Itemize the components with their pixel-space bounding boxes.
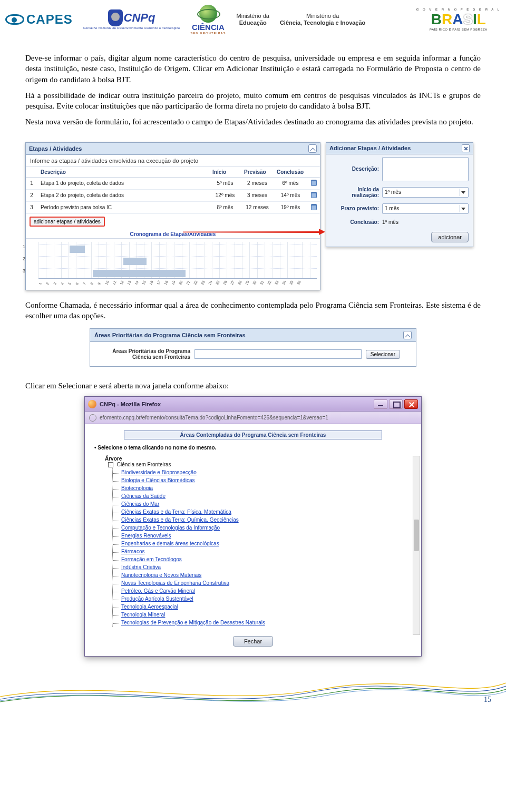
firefox-title: CNPq - Mozilla Firefox	[100, 401, 161, 407]
logo-capes: CAPES	[5, 12, 73, 27]
col-previsao: Previsão	[241, 167, 274, 177]
theme-link[interactable]: Tecnologias de Prevenção e Mitigação de …	[121, 620, 265, 625]
tree-group: Ciência sem Fronteiras	[117, 462, 171, 467]
trash-icon[interactable]	[311, 192, 317, 198]
theme-link[interactable]: Ciências Exatas e da Terra: Física, Mate…	[121, 509, 231, 515]
page-number: 15	[484, 696, 491, 704]
theme-link[interactable]: Tecnologia Aeroespacial	[121, 604, 178, 610]
add-etapas-button[interactable]: adicionar etapas / atividades	[30, 217, 105, 227]
theme-link[interactable]: Petróleo, Gás e Carvão Mineral	[121, 588, 195, 594]
collapse-icon[interactable]	[403, 331, 412, 339]
theme-link[interactable]: Ciências Exatas e da Terra: Química, Geo…	[121, 517, 239, 523]
document-header: CAPES CNPq Conselho Nacional de Desenvol…	[0, 0, 506, 41]
table-row: 2Etapa 2 do projeto, coleta de dados12º …	[26, 189, 320, 201]
chevron-down-icon	[460, 205, 466, 212]
window-maximize-button[interactable]	[389, 399, 403, 409]
theme-link[interactable]: Novas Tecnologias de Engenharia Construt…	[121, 580, 229, 586]
tree-leaf: Novas Tecnologias de Engenharia Construt…	[121, 579, 412, 587]
gantt-bar	[93, 270, 186, 277]
firefox-titlebar[interactable]: CNPq - Mozilla Firefox	[85, 397, 421, 412]
tree-leaf: Energias Renováveis	[121, 532, 412, 540]
row-index: 2	[26, 189, 37, 201]
close-icon[interactable]	[462, 144, 470, 152]
gantt-bar	[123, 258, 147, 265]
ministerio2-bold: Ciência, Tecnologia e Inovação	[280, 19, 365, 26]
cnpq-sub: Conselho Nacional de Desenvolvimento Cie…	[83, 26, 180, 30]
adicionar-button[interactable]: adicionar	[431, 232, 469, 242]
brasil-sub: PAÍS RICO É PAÍS SEM POBREZA	[430, 28, 487, 31]
row-inicio: 5º mês	[209, 177, 241, 189]
tree-collapse-icon[interactable]: -	[108, 462, 113, 467]
chevron-down-icon	[460, 189, 466, 196]
tree-leaf: Formação em Tecnólogos	[121, 555, 412, 563]
paragraph-3: Nesta nova versão de formulário, foi acr…	[25, 116, 481, 127]
row-inicio: 8º mês	[209, 201, 241, 213]
cnpq-shield-icon	[108, 9, 123, 26]
theme-link[interactable]: Biologia e Ciências Biomédicas	[121, 477, 195, 483]
theme-link[interactable]: Fármacos	[121, 549, 144, 554]
theme-link[interactable]: Nanotecnologia e Novos Materiais	[121, 572, 201, 578]
tree-leaf: Ciências Exatas e da Terra: Física, Mate…	[121, 508, 412, 516]
theme-link[interactable]: Energias Renováveis	[121, 533, 171, 539]
tree-leaf: Ciências da Saúde	[121, 492, 412, 500]
brasil-flag-text: BRASIL	[431, 11, 486, 28]
theme-link[interactable]: Indústria Criativa	[121, 564, 161, 570]
gantt-bar	[70, 246, 85, 253]
scrollbar[interactable]	[413, 456, 420, 635]
theme-link[interactable]: Ciências da Saúde	[121, 493, 166, 499]
row-index: 1	[26, 177, 37, 189]
firefox-window: CNPq - Mozilla Firefox efomento.cnpq.br/…	[84, 396, 422, 657]
ministerio-ciencia: Ministério da Ciência, Tecnologia e Inov…	[280, 13, 365, 26]
row-conclusao: 19º mês	[274, 201, 307, 213]
row-conclusao: 6º mês	[274, 177, 307, 189]
select-prazo[interactable]: 1 mês	[382, 203, 469, 214]
selecionar-button[interactable]: Selecionar	[366, 350, 400, 359]
tree-leaf: Tecnologia Mineral	[121, 611, 412, 619]
tree-leaf: Tecnologia Aeroespacial	[121, 603, 412, 611]
tree-leaf: Computação e Tecnologias da Informação	[121, 524, 412, 532]
theme-link[interactable]: Tecnologia Mineral	[121, 612, 165, 618]
window-minimize-button[interactable]	[374, 399, 387, 409]
trash-icon[interactable]	[311, 180, 317, 186]
scrollbar-thumb[interactable]	[414, 520, 419, 551]
input-descricao[interactable]	[382, 157, 469, 181]
window-close-button[interactable]	[404, 399, 418, 409]
globe-icon	[89, 414, 96, 422]
theme-link[interactable]: Computação e Tecnologias da Informação	[121, 525, 220, 531]
row-descricao: Etapa 2 do projeto, coleta de dados	[37, 189, 209, 201]
theme-link[interactable]: Biodiversidade e Bioprospecção	[121, 469, 197, 475]
label-inicio: Início da realização:	[330, 187, 379, 198]
areas-title: Áreas Prioritárias do Programa Ciência s…	[94, 332, 246, 338]
theme-link[interactable]: Formação em Tecnólogos	[121, 556, 182, 562]
tree-leaf: Ciências Exatas e da Terra: Química, Geo…	[121, 516, 412, 524]
fechar-button[interactable]: Fechar	[233, 636, 273, 647]
theme-link[interactable]: Produção Agrícola Sustentável	[121, 596, 193, 602]
capes-eye-icon	[5, 14, 24, 25]
theme-link[interactable]: Biotecnologia	[121, 485, 153, 491]
table-row: 1Etapa 1 do projeto, coleta de dados5º m…	[26, 177, 320, 189]
firefox-icon	[88, 400, 96, 408]
ministerio1-bold: Educação	[237, 19, 269, 26]
row-descricao: Etapa 1 do projeto, coleta de dados	[37, 177, 209, 189]
cnpq-text: CNPq	[124, 11, 155, 25]
collapse-icon[interactable]	[308, 144, 317, 153]
areas-panel: Áreas Prioritárias do Programa Ciência s…	[90, 328, 416, 367]
logo-cnpq: CNPq Conselho Nacional de Desenvolviment…	[83, 9, 180, 30]
etapas-list-panel: Etapas / Atividades Informe as etapas / …	[25, 142, 320, 290]
select-inicio[interactable]: 1º mês	[382, 187, 469, 198]
tree-leaf: Biodiversidade e Bioprospecção	[121, 468, 412, 476]
trash-icon[interactable]	[311, 204, 317, 210]
label-prazo: Prazo previsto:	[330, 206, 379, 211]
gantt-chart: 1 2 3 1234567891011121314151617181920212…	[26, 238, 320, 290]
theme-link[interactable]: Engenharias e demais áreas tecnológicas	[121, 541, 219, 546]
arrow-icon	[183, 231, 320, 233]
add-etapa-dialog: Adicionar Etapas / Atividades Descrição:…	[326, 142, 473, 247]
firefox-url: efomento.cnpq.br/efomento/consultaTema.d…	[100, 415, 328, 420]
tree-leaf: Biotecnologia	[121, 484, 412, 492]
tree-leaf: Biologia e Ciências Biomédicas	[121, 476, 412, 484]
firefox-addressbar[interactable]: efomento.cnpq.br/efomento/consultaTema.d…	[85, 412, 421, 424]
ciencia-sub: SEM FRONTEIRAS	[190, 32, 226, 35]
theme-link[interactable]: Ciências do Mar	[121, 501, 159, 507]
row-previsao: 2 meses	[241, 177, 274, 189]
areas-input[interactable]	[194, 349, 362, 359]
